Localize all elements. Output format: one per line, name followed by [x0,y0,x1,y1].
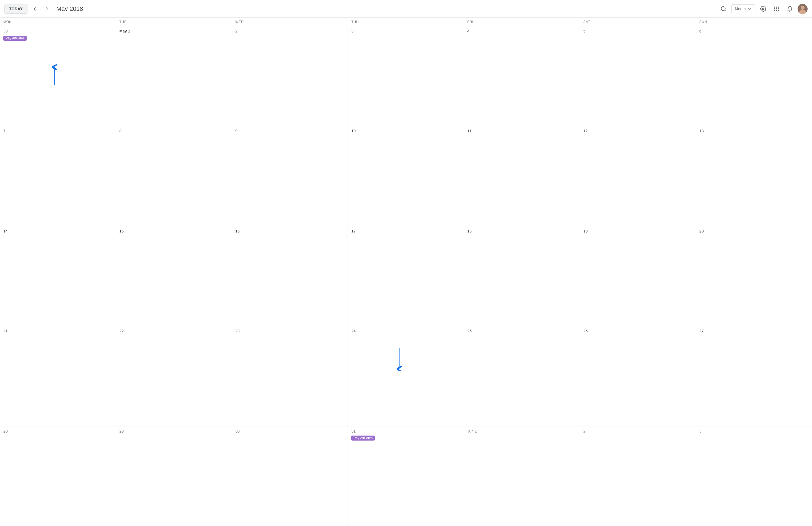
bell-icon [787,6,793,12]
day-number: 25 [467,328,578,334]
day-cell[interactable]: 10 [348,126,464,226]
day-number: 20 [699,229,810,234]
svg-point-2 [762,8,764,10]
day-number: 11 [467,129,578,134]
day-number: 13 [699,129,810,134]
prev-button[interactable] [30,4,40,14]
day-cell[interactable]: 20 [696,227,812,326]
day-cell[interactable]: 7 [0,126,116,226]
day-number: 28 [3,429,114,434]
settings-button[interactable] [758,3,769,14]
day-cell[interactable]: May 1 [116,26,232,126]
day-number: 30 [235,429,345,434]
week-row-3: 21222324 252627 [0,326,812,426]
week-row-1: 78910111213 [0,126,812,226]
day-number: Jun 1 [467,429,578,434]
settings-icon [760,6,766,12]
day-header-fri: Fri [464,18,580,26]
day-cell[interactable]: 26 [580,326,696,426]
day-header-wed: Wed [232,18,348,26]
day-cell[interactable]: 24 [348,326,464,426]
day-number: 4 [467,29,578,34]
week-row-0: 30Pay Affiliates May 123456 [0,26,812,126]
day-number: 24 [351,328,461,334]
day-number: 6 [699,29,810,34]
day-number: 29 [119,429,229,434]
day-number: 16 [235,229,345,234]
week-row-2: 14151617181920 [0,227,812,326]
day-number: 12 [583,129,694,134]
svg-rect-4 [776,6,777,8]
day-cell[interactable]: 3 [348,26,464,126]
day-number: 2 [583,429,694,434]
day-number: 21 [3,328,114,334]
day-cell[interactable]: 21 [0,326,116,426]
day-cell[interactable]: 2 [580,426,696,526]
view-selector[interactable]: Month [731,4,755,13]
svg-rect-5 [778,6,779,8]
day-header-tue: Tue [116,18,232,26]
svg-rect-6 [774,8,775,10]
day-cell[interactable]: 3 [696,426,812,526]
day-cell[interactable]: 25 [464,326,580,426]
day-cell[interactable]: 2 [232,26,348,126]
day-cell[interactable]: 6 [696,26,812,126]
day-cell[interactable]: 27 [696,326,812,426]
day-cell[interactable]: 4 [464,26,580,126]
day-cell[interactable]: Jun 1 [464,426,580,526]
day-cell[interactable]: 11 [464,126,580,226]
day-cell[interactable]: 30Pay Affiliates [0,26,116,126]
day-cell[interactable]: 23 [232,326,348,426]
header: TODAY May 2018 Month [0,0,812,18]
day-number: 18 [467,229,578,234]
today-button[interactable]: TODAY [4,4,27,14]
avatar[interactable] [798,4,808,14]
day-cell[interactable]: 28 [0,426,116,526]
day-cell[interactable]: 5 [580,26,696,126]
day-number: 3 [351,29,461,34]
chevron-right-icon [44,6,50,12]
svg-point-13 [801,6,804,10]
day-cell[interactable]: 30 [232,426,348,526]
day-header-sat: Sat [580,18,696,26]
day-cell[interactable]: 13 [696,126,812,226]
day-cell[interactable]: 22 [116,326,232,426]
day-cell[interactable]: 19 [580,227,696,326]
day-cell[interactable]: 9 [232,126,348,226]
svg-rect-10 [776,10,777,11]
day-number: 15 [119,229,229,234]
day-number: 7 [3,129,114,134]
week-row-4: 28293031Pay AffiliatesJun 123 [0,426,812,526]
avatar-svg [798,4,808,14]
day-cell[interactable]: 31Pay Affiliates [348,426,464,526]
event-chip[interactable]: Pay Affiliates [351,436,375,441]
day-number: 27 [699,328,810,334]
day-cell[interactable]: 17 [348,227,464,326]
event-chip[interactable]: Pay Affiliates [3,36,27,41]
arrow-up [52,64,57,87]
day-cell[interactable]: 12 [580,126,696,226]
day-number: 14 [3,229,114,234]
day-number: 26 [583,328,694,334]
apps-icon [773,6,780,12]
apps-button[interactable] [771,3,782,14]
day-number: 10 [351,129,461,134]
search-button[interactable] [718,3,729,14]
day-cell[interactable]: 14 [0,227,116,326]
arrow-down [397,346,402,371]
day-cell[interactable]: 16 [232,227,348,326]
day-cell[interactable]: 18 [464,227,580,326]
search-icon [721,6,727,12]
day-cell[interactable]: 8 [116,126,232,226]
next-button[interactable] [42,4,52,14]
day-number: May 1 [119,29,229,34]
calendar: MonTueWedThuFriSatSun 30Pay Affiliates M… [0,18,812,526]
day-number: 22 [119,328,229,334]
view-label: Month [735,7,746,11]
day-header-thu: Thu [348,18,464,26]
svg-rect-3 [774,6,775,8]
day-cell[interactable]: 15 [116,227,232,326]
day-cell[interactable]: 29 [116,426,232,526]
notifications-button[interactable] [784,3,795,14]
chevron-left-icon [32,6,38,12]
